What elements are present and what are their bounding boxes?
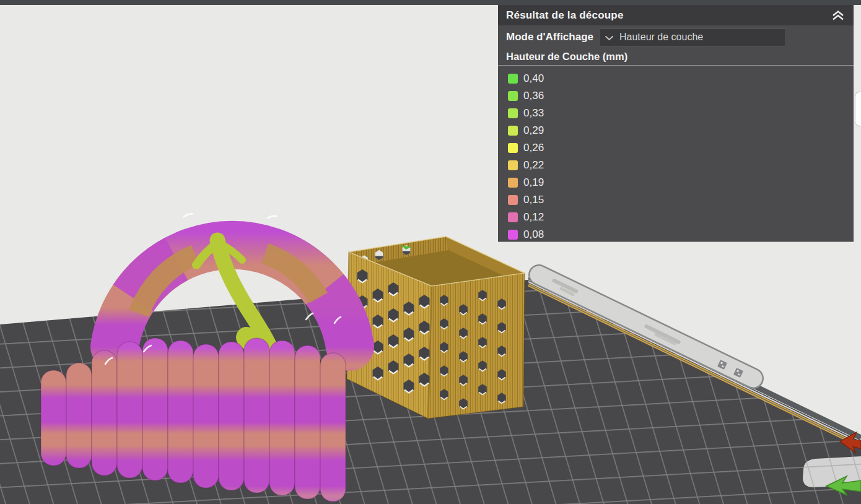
- legend-value: 0,15: [523, 194, 544, 206]
- legend-value: 0,36: [523, 90, 544, 102]
- legend-value: 0,08: [523, 228, 544, 241]
- legend-value: 0,19: [523, 176, 544, 189]
- legend-swatch: [508, 108, 518, 118]
- legend-row: 0,19: [508, 174, 854, 191]
- side-panel-handle[interactable]: [855, 92, 861, 126]
- panel-title: Résultat de la découpe: [506, 9, 831, 22]
- legend-value: 0,12: [523, 211, 544, 224]
- legend-row: 0,12: [508, 209, 854, 226]
- legend-swatch: [508, 126, 518, 136]
- legend-swatch: [508, 195, 518, 205]
- legend-row: 0,40: [508, 70, 854, 87]
- legend-title: Hauteur de Couche (mm): [498, 49, 854, 65]
- legend-value: 0,22: [523, 159, 544, 172]
- legend-row: 0,29: [508, 122, 854, 139]
- display-mode-dropdown[interactable]: Hauteur de couche: [599, 28, 786, 46]
- legend-value: 0,26: [523, 142, 544, 154]
- legend-row: 0,15: [508, 191, 854, 209]
- legend-swatch: [508, 160, 518, 170]
- legend-row: 0,26: [508, 139, 854, 157]
- top-bar: [0, 0, 861, 5]
- chevron-down-icon: [605, 35, 614, 41]
- legend-swatch: [508, 91, 518, 101]
- legend-value: 0,33: [523, 107, 544, 119]
- panel-header: Résultat de la découpe: [498, 5, 854, 25]
- legend-swatch: [508, 74, 518, 84]
- legend-value: 0,29: [523, 124, 544, 137]
- legend-swatch: [508, 230, 518, 240]
- display-mode-label: Mode d'Affichage: [506, 31, 593, 43]
- display-mode-value: Hauteur de couche: [619, 32, 703, 43]
- legend-value: 0,40: [523, 72, 544, 85]
- layer-height-legend: 0,40 0,36 0,33 0,29 0,26 0,22: [498, 66, 854, 243]
- slicing-result-panel: Résultat de la découpe Mode d'Affichage …: [498, 5, 854, 242]
- hex-basket-model[interactable]: [347, 237, 525, 419]
- legend-row: 0,08: [508, 226, 854, 243]
- double-chevron-up-icon[interactable]: [831, 9, 846, 22]
- legend-swatch: [508, 178, 518, 188]
- display-mode-row: Mode d'Affichage Hauteur de couche: [498, 25, 854, 49]
- legend-row: 0,36: [508, 87, 854, 105]
- legend-swatch: [508, 143, 518, 153]
- legend-swatch: [508, 212, 518, 222]
- slicer-viewport[interactable]: Résultat de la découpe Mode d'Affichage …: [0, 0, 861, 504]
- legend-row: 0,22: [508, 157, 854, 174]
- legend-row: 0,33: [508, 105, 854, 122]
